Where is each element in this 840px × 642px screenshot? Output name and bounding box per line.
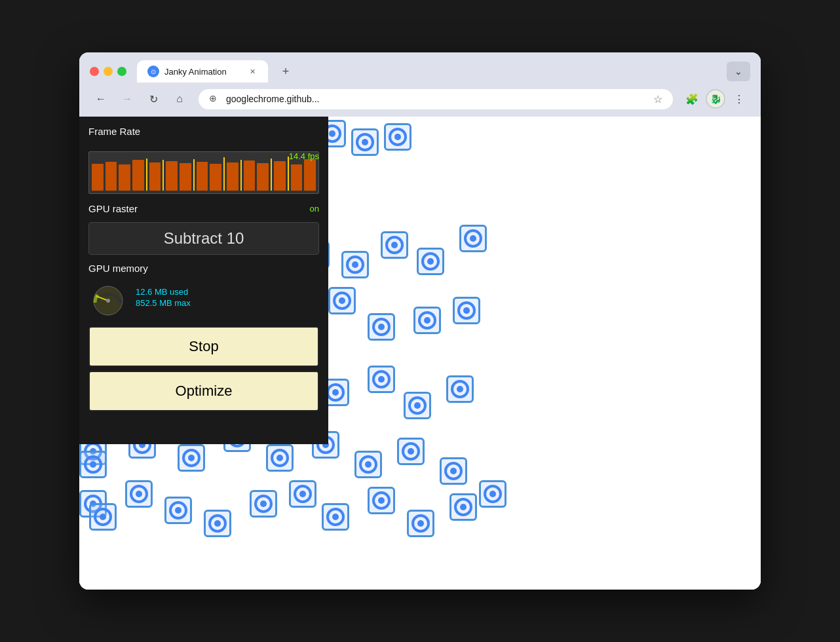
chrome-icon-17 xyxy=(417,248,444,275)
fps-bar-line-1 xyxy=(146,159,147,191)
frame-rate-label: Frame Rate xyxy=(88,126,319,137)
fps-bar-7 xyxy=(180,163,191,191)
maximize-button[interactable] xyxy=(117,67,126,76)
memory-gauge xyxy=(88,278,128,317)
chrome-icon-47 xyxy=(354,451,382,478)
chrome-icon-43 xyxy=(178,444,205,472)
close-button[interactable] xyxy=(90,67,99,76)
tab-favicon: ⊙ xyxy=(147,66,159,77)
bookmark-icon[interactable]: ☆ xyxy=(653,93,662,105)
fps-bar-line-5 xyxy=(240,160,242,191)
fps-bar-12 xyxy=(257,163,269,191)
chrome-icon-16 xyxy=(381,231,408,259)
chrome-icon-45 xyxy=(266,444,294,472)
tab-title: Janky Animation xyxy=(164,67,242,77)
tab-menu-button[interactable]: ⌄ xyxy=(727,62,750,81)
menu-button[interactable]: ⋮ xyxy=(728,88,750,110)
home-button[interactable]: ⌂ xyxy=(168,88,191,110)
fps-bar-chart xyxy=(88,151,319,194)
chrome-icon-48 xyxy=(397,438,425,465)
fps-display: 14.4 fps xyxy=(88,151,319,194)
fps-bar-2 xyxy=(105,162,117,191)
gpu-raster-section: GPU raster on xyxy=(88,203,319,214)
nav-right-controls: 🧩 🐉 ⋮ xyxy=(681,88,750,110)
chrome-icon-57 xyxy=(322,503,349,531)
fps-bar-13 xyxy=(274,161,286,191)
chrome-icon-39 xyxy=(446,375,474,403)
chrome-icon-54 xyxy=(204,510,231,537)
chrome-icon-53 xyxy=(164,497,192,524)
fps-bar-15 xyxy=(304,159,316,191)
browser-window: ⊙ Janky Animation ✕ + ⌄ ← → ↻ ⌂ ⊕ google… xyxy=(79,52,761,590)
gpu-raster-status: on xyxy=(310,204,319,214)
chrome-icon-60 xyxy=(449,493,477,521)
chrome-icon-27 xyxy=(368,313,395,341)
chrome-icon-58 xyxy=(368,487,395,514)
fps-bar-1 xyxy=(92,164,104,191)
fps-value: 14.4 fps xyxy=(289,151,319,161)
active-tab[interactable]: ⊙ Janky Animation ✕ xyxy=(137,60,268,83)
reload-button[interactable]: ↻ xyxy=(142,88,164,110)
chrome-icon-59 xyxy=(407,510,434,537)
gpu-memory-section: GPU memory xyxy=(88,263,319,317)
chrome-icon-52 xyxy=(125,480,153,508)
stop-button[interactable]: Stop xyxy=(88,326,319,367)
fps-bar-9 xyxy=(210,164,221,191)
memory-max-value: 852.5 MB max xyxy=(136,298,191,308)
profile-avatar[interactable]: 🐉 xyxy=(706,89,725,109)
chrome-icon-49 xyxy=(440,457,467,485)
fps-bar-line-2 xyxy=(162,160,164,191)
fps-bar-line-6 xyxy=(271,159,272,191)
address-text: googlechrome.github... xyxy=(226,94,648,104)
extensions-button[interactable]: 🧩 xyxy=(681,88,703,110)
chrome-icon-55 xyxy=(250,490,277,518)
chrome-icon-38 xyxy=(404,392,431,419)
forward-button[interactable]: → xyxy=(116,88,138,110)
gpu-raster-label: GPU raster xyxy=(88,203,138,214)
chrome-icon-41 xyxy=(79,451,107,478)
address-bar[interactable]: ⊕ googlechrome.github... ☆ xyxy=(199,89,673,109)
chrome-icon-26 xyxy=(328,287,356,314)
chrome-icon-29 xyxy=(453,297,480,324)
fps-bar-14 xyxy=(291,164,303,191)
chrome-icon-18 xyxy=(459,225,487,252)
chrome-icon-5 xyxy=(351,128,379,156)
svg-point-2 xyxy=(106,299,110,303)
navigation-bar: ← → ↻ ⌂ ⊕ googlechrome.github... ☆ 🧩 🐉 ⋮ xyxy=(79,83,761,117)
optimize-button[interactable]: Optimize xyxy=(88,371,319,411)
chrome-icon-37 xyxy=(368,366,395,393)
chrome-icon-56 xyxy=(289,480,316,508)
tab-close-button[interactable]: ✕ xyxy=(247,66,258,77)
chrome-icon-28 xyxy=(413,307,441,334)
memory-used-value: 12.6 MB used xyxy=(136,287,191,297)
minimize-button[interactable] xyxy=(104,67,113,76)
new-tab-button[interactable]: + xyxy=(276,62,296,81)
fps-bar-4 xyxy=(132,160,144,191)
fps-bar-6 xyxy=(166,161,178,191)
memory-values: 12.6 MB used 852.5 MB max xyxy=(136,287,191,308)
subtract-display: Subtract 10 xyxy=(88,222,319,255)
chrome-icon-6 xyxy=(384,123,411,151)
chrome-icon-51 xyxy=(89,503,117,531)
security-icon: ⊕ xyxy=(209,93,221,105)
fps-bar-11 xyxy=(244,160,256,191)
fps-bar-line-4 xyxy=(223,157,225,191)
fps-bar-3 xyxy=(119,164,130,191)
perf-overlay-panel: Frame Rate 14.4 fps xyxy=(79,117,328,444)
title-bar: ⊙ Janky Animation ✕ + ⌄ xyxy=(79,52,761,83)
subtract-text: Subtract 10 xyxy=(164,229,244,247)
back-button[interactable]: ← xyxy=(90,88,112,110)
chrome-icon-61 xyxy=(479,480,506,508)
gpu-memory-label: GPU memory xyxy=(88,263,319,274)
action-buttons: Stop Optimize xyxy=(88,326,319,411)
fps-bar-5 xyxy=(149,162,161,191)
fps-bar-line-7 xyxy=(288,157,289,191)
content-area: Frame Rate 14.4 fps xyxy=(79,117,761,590)
fps-bar-10 xyxy=(227,162,239,191)
fps-bar-line-3 xyxy=(193,159,195,191)
traffic-lights xyxy=(90,67,126,76)
fps-bar-8 xyxy=(197,162,208,191)
chrome-icon-15 xyxy=(341,251,369,278)
